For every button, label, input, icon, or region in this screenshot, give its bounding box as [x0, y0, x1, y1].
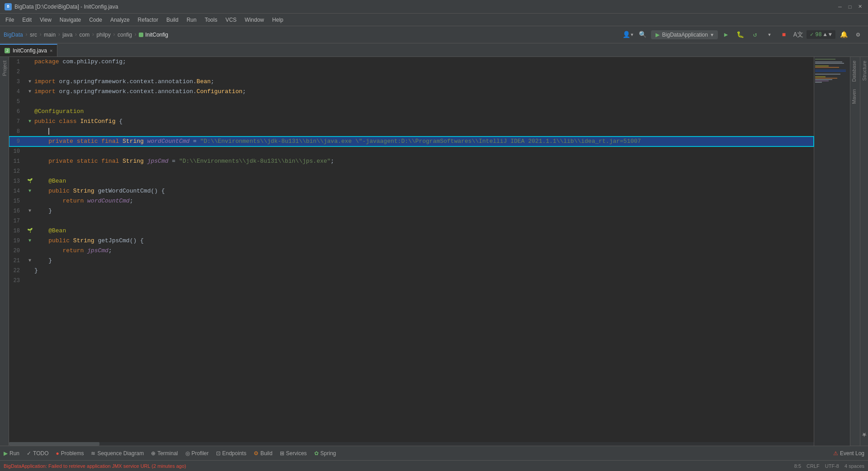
bean-icon-18[interactable]: 🌱: [27, 226, 33, 236]
terminal-button[interactable]: ⊕ Terminal: [151, 450, 178, 457]
java-file-icon: J: [5, 48, 10, 53]
tab-filename: InitConfig.java: [13, 47, 47, 54]
spring-button[interactable]: ✿ Spring: [314, 450, 336, 457]
fold-icon-4[interactable]: ▼: [28, 87, 31, 97]
endpoints-button[interactable]: ⊡ Endpoints: [216, 450, 246, 457]
more-button[interactable]: ▾: [763, 28, 776, 41]
stop-button[interactable]: ■: [778, 28, 790, 41]
code-line-3: 3 ▼ import org.springframework.context.a…: [9, 77, 814, 87]
fold-icon-21[interactable]: ▼: [28, 256, 31, 266]
breadcrumb-java[interactable]: java: [62, 32, 72, 38]
todo-label: TODO: [33, 450, 48, 457]
title-bar-controls[interactable]: ─ □ ✕: [836, 3, 863, 10]
event-log-button[interactable]: ⚠ Event Log: [833, 450, 864, 457]
reload-button[interactable]: ↺: [749, 28, 761, 41]
run-bottom-button[interactable]: ▶ Run: [4, 450, 19, 457]
menu-analyze[interactable]: Analyze: [107, 15, 133, 24]
code-line-8: 8: [9, 127, 814, 137]
menu-build[interactable]: Build: [163, 15, 182, 24]
services-button[interactable]: ⊞ Services: [280, 450, 307, 457]
close-button[interactable]: ✕: [856, 3, 863, 10]
user-button[interactable]: 👤▾: [622, 28, 635, 41]
fold-icon-3[interactable]: ▼: [28, 77, 31, 87]
code-line-11: 11 private static final String jpsCmd = …: [9, 156, 814, 166]
build-icon: ⚙: [254, 450, 259, 457]
search-button[interactable]: 🔍: [637, 28, 649, 41]
menu-file[interactable]: File: [2, 15, 18, 24]
left-panel: Project: [0, 57, 9, 446]
indent-settings[interactable]: 4 spaces: [844, 463, 864, 469]
breadcrumb-main[interactable]: main: [44, 32, 56, 38]
encoding[interactable]: UTF-8: [825, 463, 839, 469]
code-line-7: 7 ▼ public class InitConfig {: [9, 117, 814, 127]
terminal-label: Terminal: [157, 450, 178, 457]
profiler-button[interactable]: ◎ Profiler: [185, 450, 209, 457]
tab-initconfig[interactable]: J InitConfig.java ×: [0, 44, 57, 57]
bean-icon-13[interactable]: 🌱: [27, 176, 33, 186]
run-button[interactable]: ▶: [720, 28, 732, 41]
minimize-button[interactable]: ─: [836, 3, 844, 10]
code-line-4: 4 ▼ import org.springframework.context.a…: [9, 87, 814, 97]
favorites-icon[interactable]: ★: [860, 428, 868, 442]
fold-icon-7[interactable]: ▼: [28, 117, 31, 127]
menu-run[interactable]: Run: [183, 15, 200, 24]
editor-empty-space[interactable]: [9, 286, 814, 442]
endpoints-label: Endpoints: [222, 450, 246, 457]
maximize-button[interactable]: □: [846, 3, 854, 10]
title-bar-title: BigData [D:\Code\BigData] - InitConfig.j…: [14, 4, 118, 10]
fold-icon-14[interactable]: ▼: [28, 186, 31, 196]
code-editor[interactable]: 1 package com.philpy.config; 2 3 ▼ impor…: [9, 57, 814, 446]
code-line-5: 5: [9, 97, 814, 107]
translate-button[interactable]: A文: [792, 28, 805, 41]
services-icon: ⊞: [280, 450, 284, 457]
structure-panel-label[interactable]: Structure: [861, 57, 868, 85]
notification-button[interactable]: 🔔: [837, 28, 850, 41]
code-line-19: 19 ▼ public String getJpsCmd() {: [9, 236, 814, 246]
todo-button[interactable]: ✓ TODO: [27, 450, 48, 457]
fold-icon-16[interactable]: ▼: [28, 206, 31, 216]
todo-icon: ✓: [27, 450, 31, 457]
menu-tools[interactable]: Tools: [201, 15, 221, 24]
cursor-position[interactable]: 8:5: [794, 463, 801, 469]
breadcrumb-com[interactable]: com: [80, 32, 90, 38]
code-line-22: 22 }: [9, 266, 814, 276]
code-line-12: 12: [9, 166, 814, 176]
menu-view[interactable]: View: [36, 15, 55, 24]
menu-window[interactable]: Window: [241, 15, 268, 24]
code-line-1: 1 package com.philpy.config;: [9, 57, 814, 67]
run-config-dropdown[interactable]: ▶ BigDataApplication ▾: [651, 30, 718, 39]
run-config-chevron: ▾: [711, 32, 713, 38]
menu-edit[interactable]: Edit: [19, 15, 35, 24]
code-line-2: 2: [9, 67, 814, 77]
maven-panel-label[interactable]: Maven: [850, 85, 860, 108]
menu-code[interactable]: Code: [85, 15, 106, 24]
fold-icon-19[interactable]: ▼: [28, 236, 31, 246]
settings-button[interactable]: ⚙: [852, 28, 864, 41]
problems-label: Problems: [61, 450, 84, 457]
menu-vcs[interactable]: VCS: [222, 15, 241, 24]
endpoints-icon: ⊡: [216, 450, 221, 457]
line-ending[interactable]: CRLF: [807, 463, 820, 469]
scrollbar-thumb[interactable]: [9, 442, 99, 446]
status-bar: BigDataApplication: Failed to retrieve a…: [0, 460, 868, 471]
menu-navigate[interactable]: Navigate: [56, 15, 85, 24]
breadcrumb-bigdata[interactable]: BigData: [4, 32, 23, 38]
menu-refactor[interactable]: Refactor: [134, 15, 162, 24]
sequence-diagram-button[interactable]: ≋ Sequence Diagram: [91, 450, 144, 457]
status-message: BigDataApplication: Failed to retrieve a…: [4, 463, 186, 469]
debug-button[interactable]: 🐛: [734, 28, 747, 41]
build-button[interactable]: ⚙ Build: [254, 450, 273, 457]
check-count: ✓ 98 ▲ ▼: [807, 30, 835, 39]
breadcrumb-src[interactable]: src: [30, 32, 37, 38]
tab-close-button[interactable]: ×: [50, 48, 52, 53]
scrollbar-horizontal[interactable]: [9, 442, 814, 446]
breadcrumb-initconfig[interactable]: InitConfig: [139, 32, 168, 38]
database-panel-label[interactable]: Database: [850, 57, 860, 85]
code-container[interactable]: 1 package com.philpy.config; 2 3 ▼ impor…: [9, 57, 850, 446]
menu-help[interactable]: Help: [269, 15, 287, 24]
project-panel-label[interactable]: Project: [1, 57, 8, 80]
breadcrumb-philpy[interactable]: philpy: [96, 32, 110, 38]
breadcrumb-config[interactable]: config: [118, 32, 132, 38]
problems-button[interactable]: ● Problems: [56, 450, 84, 457]
bottom-toolbar: ▶ Run ✓ TODO ● Problems ≋ Sequence Diagr…: [0, 446, 868, 460]
